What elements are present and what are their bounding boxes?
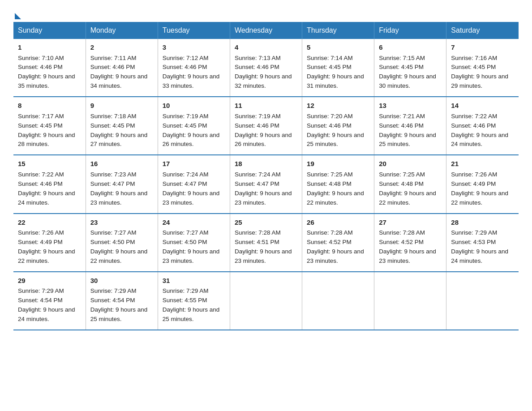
calendar-day-cell: 10Sunrise: 7:19 AMSunset: 4:45 PMDayligh… — [158, 97, 230, 155]
header-tuesday: Tuesday — [158, 22, 230, 39]
day-number: 2 — [90, 43, 153, 53]
calendar-empty-cell — [374, 272, 446, 330]
day-info: Sunrise: 7:25 AMSunset: 4:48 PMDaylight:… — [307, 171, 364, 206]
calendar-day-cell: 16Sunrise: 7:23 AMSunset: 4:47 PMDayligh… — [86, 155, 158, 213]
day-info: Sunrise: 7:16 AMSunset: 4:45 PMDaylight:… — [451, 55, 508, 90]
header-wednesday: Wednesday — [230, 22, 302, 39]
calendar-day-cell: 8Sunrise: 7:17 AMSunset: 4:45 PMDaylight… — [13, 97, 86, 155]
day-number: 23 — [90, 218, 153, 228]
day-info: Sunrise: 7:13 AMSunset: 4:46 PMDaylight:… — [235, 55, 292, 90]
calendar-day-cell: 7Sunrise: 7:16 AMSunset: 4:45 PMDaylight… — [446, 39, 519, 97]
header-monday: Monday — [86, 22, 158, 39]
day-info: Sunrise: 7:19 AMSunset: 4:45 PMDaylight:… — [163, 113, 220, 148]
calendar-day-cell: 4Sunrise: 7:13 AMSunset: 4:46 PMDaylight… — [230, 39, 302, 97]
day-number: 15 — [18, 159, 81, 169]
calendar-week-row: 1Sunrise: 7:10 AMSunset: 4:46 PMDaylight… — [13, 39, 519, 97]
day-number: 28 — [451, 218, 514, 228]
calendar-day-cell: 21Sunrise: 7:26 AMSunset: 4:49 PMDayligh… — [446, 155, 519, 213]
day-number: 5 — [307, 43, 369, 53]
day-info: Sunrise: 7:25 AMSunset: 4:48 PMDaylight:… — [379, 171, 436, 206]
header-friday: Friday — [374, 22, 446, 39]
day-info: Sunrise: 7:20 AMSunset: 4:46 PMDaylight:… — [307, 113, 364, 148]
calendar-day-cell: 6Sunrise: 7:15 AMSunset: 4:45 PMDaylight… — [374, 39, 446, 97]
calendar-day-cell: 29Sunrise: 7:29 AMSunset: 4:54 PMDayligh… — [13, 272, 86, 330]
day-number: 4 — [235, 43, 297, 53]
day-info: Sunrise: 7:21 AMSunset: 4:46 PMDaylight:… — [379, 113, 436, 148]
day-info: Sunrise: 7:29 AMSunset: 4:54 PMDaylight:… — [90, 287, 148, 322]
day-number: 11 — [235, 101, 297, 111]
calendar-day-cell: 28Sunrise: 7:29 AMSunset: 4:53 PMDayligh… — [446, 214, 519, 272]
day-number: 24 — [163, 218, 225, 228]
calendar-day-cell: 23Sunrise: 7:27 AMSunset: 4:50 PMDayligh… — [86, 214, 158, 272]
calendar-empty-cell — [302, 272, 374, 330]
calendar-day-cell: 13Sunrise: 7:21 AMSunset: 4:46 PMDayligh… — [374, 97, 446, 155]
day-number: 31 — [163, 276, 225, 286]
day-info: Sunrise: 7:28 AMSunset: 4:51 PMDaylight:… — [235, 229, 292, 264]
day-info: Sunrise: 7:29 AMSunset: 4:55 PMDaylight:… — [163, 287, 220, 322]
day-number: 13 — [379, 101, 442, 111]
calendar-day-cell: 11Sunrise: 7:19 AMSunset: 4:46 PMDayligh… — [230, 97, 302, 155]
day-info: Sunrise: 7:28 AMSunset: 4:52 PMDaylight:… — [307, 229, 364, 264]
calendar-day-cell: 18Sunrise: 7:24 AMSunset: 4:47 PMDayligh… — [230, 155, 302, 213]
day-number: 29 — [18, 276, 81, 286]
day-number: 10 — [163, 101, 225, 111]
calendar-day-cell: 25Sunrise: 7:28 AMSunset: 4:51 PMDayligh… — [230, 214, 302, 272]
day-info: Sunrise: 7:17 AMSunset: 4:45 PMDaylight:… — [18, 113, 75, 148]
day-number: 30 — [90, 276, 153, 286]
day-info: Sunrise: 7:10 AMSunset: 4:46 PMDaylight:… — [18, 55, 75, 90]
calendar-empty-cell — [446, 272, 519, 330]
day-number: 9 — [90, 101, 153, 111]
calendar-day-cell: 27Sunrise: 7:28 AMSunset: 4:52 PMDayligh… — [374, 214, 446, 272]
day-number: 17 — [163, 159, 225, 169]
day-info: Sunrise: 7:29 AMSunset: 4:53 PMDaylight:… — [451, 229, 508, 264]
calendar-day-cell: 17Sunrise: 7:24 AMSunset: 4:47 PMDayligh… — [158, 155, 230, 213]
calendar-day-cell: 22Sunrise: 7:26 AMSunset: 4:49 PMDayligh… — [13, 214, 86, 272]
calendar-week-row: 22Sunrise: 7:26 AMSunset: 4:49 PMDayligh… — [13, 214, 519, 272]
calendar-day-cell: 20Sunrise: 7:25 AMSunset: 4:48 PMDayligh… — [374, 155, 446, 213]
calendar-day-cell: 14Sunrise: 7:22 AMSunset: 4:46 PMDayligh… — [446, 97, 519, 155]
calendar-day-cell: 19Sunrise: 7:25 AMSunset: 4:48 PMDayligh… — [302, 155, 374, 213]
day-info: Sunrise: 7:14 AMSunset: 4:45 PMDaylight:… — [307, 55, 364, 90]
calendar-table: SundayMondayTuesdayWednesdayThursdayFrid… — [13, 22, 519, 330]
day-number: 8 — [18, 101, 81, 111]
day-info: Sunrise: 7:24 AMSunset: 4:47 PMDaylight:… — [235, 171, 292, 206]
logo — [13, 11, 21, 17]
day-number: 19 — [307, 159, 369, 169]
day-info: Sunrise: 7:11 AMSunset: 4:46 PMDaylight:… — [90, 55, 148, 90]
calendar-day-cell: 9Sunrise: 7:18 AMSunset: 4:45 PMDaylight… — [86, 97, 158, 155]
calendar-day-cell: 31Sunrise: 7:29 AMSunset: 4:55 PMDayligh… — [158, 272, 230, 330]
day-number: 20 — [379, 159, 442, 169]
day-info: Sunrise: 7:27 AMSunset: 4:50 PMDaylight:… — [163, 229, 220, 264]
day-number: 7 — [451, 43, 514, 53]
logo-triangle-icon — [15, 13, 21, 19]
day-number: 21 — [451, 159, 514, 169]
day-info: Sunrise: 7:19 AMSunset: 4:46 PMDaylight:… — [235, 113, 292, 148]
calendar-day-cell: 15Sunrise: 7:22 AMSunset: 4:46 PMDayligh… — [13, 155, 86, 213]
page-header — [13, 9, 519, 17]
calendar-day-cell: 3Sunrise: 7:12 AMSunset: 4:46 PMDaylight… — [158, 39, 230, 97]
day-info: Sunrise: 7:28 AMSunset: 4:52 PMDaylight:… — [379, 229, 436, 264]
day-info: Sunrise: 7:22 AMSunset: 4:46 PMDaylight:… — [18, 171, 75, 206]
calendar-day-cell: 26Sunrise: 7:28 AMSunset: 4:52 PMDayligh… — [302, 214, 374, 272]
header-sunday: Sunday — [13, 22, 86, 39]
day-number: 22 — [18, 218, 81, 228]
calendar-day-cell: 5Sunrise: 7:14 AMSunset: 4:45 PMDaylight… — [302, 39, 374, 97]
calendar-day-cell: 12Sunrise: 7:20 AMSunset: 4:46 PMDayligh… — [302, 97, 374, 155]
calendar-day-cell: 1Sunrise: 7:10 AMSunset: 4:46 PMDaylight… — [13, 39, 86, 97]
calendar-empty-cell — [230, 272, 302, 330]
calendar-week-row: 8Sunrise: 7:17 AMSunset: 4:45 PMDaylight… — [13, 97, 519, 155]
day-info: Sunrise: 7:12 AMSunset: 4:46 PMDaylight:… — [163, 55, 220, 90]
day-number: 14 — [451, 101, 514, 111]
day-number: 16 — [90, 159, 153, 169]
day-info: Sunrise: 7:23 AMSunset: 4:47 PMDaylight:… — [90, 171, 148, 206]
day-info: Sunrise: 7:27 AMSunset: 4:50 PMDaylight:… — [90, 229, 148, 264]
day-info: Sunrise: 7:29 AMSunset: 4:54 PMDaylight:… — [18, 287, 75, 322]
day-number: 26 — [307, 218, 369, 228]
day-info: Sunrise: 7:26 AMSunset: 4:49 PMDaylight:… — [451, 171, 508, 206]
day-info: Sunrise: 7:18 AMSunset: 4:45 PMDaylight:… — [90, 113, 148, 148]
day-info: Sunrise: 7:22 AMSunset: 4:46 PMDaylight:… — [451, 113, 508, 148]
calendar-day-cell: 24Sunrise: 7:27 AMSunset: 4:50 PMDayligh… — [158, 214, 230, 272]
calendar-week-row: 29Sunrise: 7:29 AMSunset: 4:54 PMDayligh… — [13, 272, 519, 330]
day-number: 12 — [307, 101, 369, 111]
header-row: SundayMondayTuesdayWednesdayThursdayFrid… — [13, 22, 519, 39]
